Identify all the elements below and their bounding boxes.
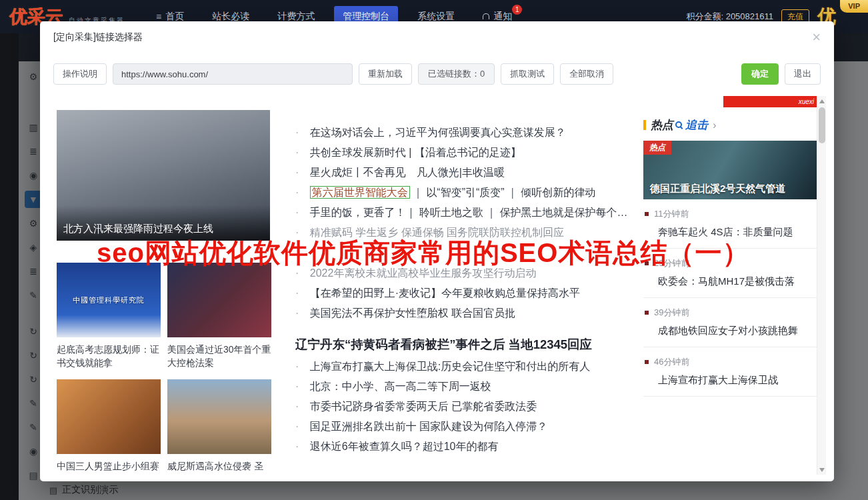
bullet-icon: ·	[295, 227, 299, 238]
bullet-icon: ·	[295, 207, 299, 218]
square-bullet-icon	[645, 311, 649, 315]
hot-item-title: 欧委会：马航MH17是被俄击落	[645, 275, 817, 288]
news-link-list: · 在这场对话会上，习近平为何强调要真心实意谋发展？ · 共创全球发展新时代 |…	[295, 123, 639, 457]
news-link[interactable]: · 2022年离校未就业高校毕业生服务攻坚行动启动	[295, 263, 639, 283]
bullet-icon: ·	[295, 287, 299, 299]
bullet-icon: ·	[295, 267, 299, 279]
photo-caption: 起底高考志愿规划师：证书交钱就能拿	[57, 343, 161, 370]
news-link[interactable]: · 在这场对话会上，习近平为何强调要真心实意谋发展？	[295, 123, 639, 143]
news-link[interactable]: · 北京：中小学、高一高二等下周一返校	[295, 377, 639, 397]
news-link[interactable]: · 辽宁丹东“持黄码者看病被拦”事件之后 当地12345回应	[295, 333, 639, 357]
selected-links-count: 已选链接数：0	[418, 63, 495, 85]
photo-news-card[interactable]: 美国会通过近30年首个重大控枪法案	[167, 263, 271, 370]
scroll-thumb[interactable]	[819, 107, 825, 143]
news-link-text: 在这场对话会上，习近平为何强调要真心实意谋发展？	[310, 127, 566, 138]
selected-link-highlight[interactable]: 第六届世界智能大会	[310, 186, 410, 199]
hot-item-time: 39分钟前	[654, 307, 689, 319]
sohu-webpage: xuexi 北方入汛来最强降雨过程今夜上线 中國管理科學研究院 起底高考志愿规划…	[50, 96, 817, 475]
news-link[interactable]: · 【在希望的田野上·麦收记】今年夏粮收购总量保持高水平	[295, 283, 639, 303]
promo-banner-text: xuexi	[799, 98, 814, 105]
photo-news-card[interactable]: 威尼斯遇高水位侵袭 圣	[167, 379, 271, 473]
hot-item-time-row: 29分钟前	[645, 257, 817, 269]
hot-news-item[interactable]: 11分钟前 奔驰车起火 4S店：非质量问题	[643, 199, 817, 249]
news-thumbnail	[57, 379, 161, 454]
help-button[interactable]: 操作说明	[53, 63, 107, 85]
square-bullet-icon	[645, 261, 649, 265]
hot-item-title: 奔驰车起火 4S店：非质量问题	[645, 226, 817, 239]
hot-news-item[interactable]: 29分钟前 欧委会：马航MH17是被俄击落	[643, 249, 817, 298]
photo-caption: 美国会通过近30年首个重大控枪法案	[167, 343, 271, 370]
news-thumbnail	[167, 263, 271, 337]
bullet-icon: ·	[295, 361, 299, 372]
reload-button[interactable]: 重新加载	[359, 63, 412, 85]
photo-caption: 中国三人男篮止步小组赛	[57, 459, 161, 473]
bullet-icon: ·	[295, 187, 299, 198]
news-link-text: 国足亚洲排名跌出前十 国家队建设为何陷入停滞？	[310, 421, 547, 432]
yellow-bar-icon	[643, 120, 646, 130]
hot-item-time: 11分钟前	[654, 208, 689, 220]
news-link-text: 精准赋码 学生返乡 保通保畅 国务院联防联控机制回应	[310, 227, 564, 238]
news-link[interactable]: · 市委书记跻身省委常委两天后 已掌舵省委政法委	[295, 397, 639, 417]
hot-news-item[interactable]: 39分钟前 成都地铁回应女子对小孩跳艳舞	[643, 298, 817, 347]
bullet-icon: ·	[295, 381, 299, 392]
news-link[interactable]: · 美国宪法不再保护女性堕胎权 联合国官员批	[295, 303, 639, 323]
news-link-text: 市委书记跻身省委常委两天后 已掌舵省委政法委	[310, 401, 537, 412]
chevron-right-icon: ›	[713, 119, 717, 132]
hot-news-item[interactable]: 46分钟前 上海宣布打赢大上海保卫战	[643, 347, 817, 397]
bullet-icon: ·	[295, 147, 299, 158]
news-link[interactable]: · 星火成炬丨不舍再见 凡人微光|丰收温暖	[295, 163, 639, 183]
scroll-up-arrow[interactable]	[817, 97, 827, 106]
hot-item-title: 上海宣布打赢大上海保卫战	[645, 374, 817, 387]
news-link-text: ｜ 以“智变”引“质变” ｜ 倾听创新的律动	[413, 187, 595, 198]
news-link-text: 退休近6年被查算久吗？超过10年的都有	[310, 441, 499, 452]
news-link-text: 2022年离校未就业高校毕业生服务攻坚行动启动	[310, 267, 537, 279]
magnifier-icon	[675, 121, 683, 129]
hot-item-time-row: 46分钟前	[645, 356, 817, 368]
url-input[interactable]	[113, 63, 353, 85]
bullet-icon: ·	[295, 401, 299, 412]
news-link[interactable]: · 精准赋码 学生返乡 保通保畅 国务院联防联控机制回应	[295, 223, 639, 243]
dialog-title: [定向采集]链接选择器	[53, 31, 143, 43]
hot-item-time: 29分钟前	[654, 257, 689, 269]
cancel-all-button[interactable]: 全部取消	[560, 63, 613, 85]
news-link[interactable]: · 第六届世界智能大会 ｜ 以“智变”引“质变” ｜ 倾听创新的律动	[295, 183, 639, 203]
close-icon[interactable]: ×	[812, 30, 821, 45]
bullet-icon: ·	[295, 441, 299, 452]
bullet-icon: ·	[295, 167, 299, 178]
scroll-down-arrow[interactable]	[817, 465, 827, 474]
news-link[interactable]: · 手里的饭，更香了！｜ 聆听土地之歌 ｜ 保护黑土地就是保护每个…	[295, 203, 639, 223]
hot-news-column: 热点 追击 › 热点 德国正重启北溪2号天然气管道 11分钟前	[643, 117, 817, 397]
photo-news-card[interactable]: 中國管理科學研究院 起底高考志愿规划师：证书交钱就能拿	[57, 263, 161, 370]
exit-button[interactable]: 退出	[785, 63, 821, 85]
hot-item-time: 46分钟前	[654, 356, 689, 368]
square-bullet-icon	[645, 360, 649, 364]
menu-icon: ≡	[156, 11, 161, 22]
hot-featured-story[interactable]: 热点 德国正重启北溪2号天然气管道	[643, 141, 817, 199]
photo-news-card[interactable]: 中国三人男篮止步小组赛	[57, 379, 161, 473]
bullet-icon: ·	[295, 307, 299, 319]
promo-banner[interactable]: xuexi	[723, 96, 817, 107]
confirm-button[interactable]: 确定	[741, 63, 779, 85]
hot-item-time-row: 11分钟前	[645, 208, 817, 220]
news-link[interactable]: · 退休近6年被查算久吗？超过10年的都有	[295, 437, 639, 457]
news-link[interactable]: · 上海宣布打赢大上海保卫战:历史会记住坚守和付出的所有人	[295, 357, 639, 377]
news-link-text: 美国宪法不再保护女性堕胎权 联合国官员批	[310, 307, 515, 319]
grab-test-button[interactable]: 抓取测试	[501, 63, 554, 85]
browser-scrollbar[interactable]	[817, 96, 826, 475]
news-link-text: 北京：中小学、高一高二等下周一返校	[310, 381, 491, 392]
dialog-header: [定向采集]链接选择器 ×	[40, 21, 834, 53]
hot-news-list: 11分钟前 奔驰车起火 4S店：非质量问题 29分钟前 欧委会：马航MH17是被…	[643, 199, 817, 397]
news-link-text: 手里的饭，更香了！｜ 聆听土地之歌 ｜ 保护黑土地就是保护每个…	[310, 207, 628, 218]
chase-title: 追击	[685, 117, 708, 133]
vip-badge: VIP	[840, 0, 868, 13]
lead-photo[interactable]: 北方入汛来最强降雨过程今夜上线	[57, 110, 270, 241]
hot-section-header[interactable]: 热点 追击 ›	[643, 117, 817, 133]
news-link[interactable]: · 国足亚洲排名跌出前十 国家队建设为何陷入停滞？	[295, 417, 639, 437]
notification-badge: 1	[512, 5, 522, 15]
news-link[interactable]: · 共创全球发展新时代 | 【沿着总书记的足迹】	[295, 143, 639, 163]
news-thumbnail	[167, 379, 271, 454]
hot-featured-title: 德国正重启北溪2号天然气管道	[650, 183, 785, 195]
thumbnail-label: 中國管理科學研究院	[73, 295, 145, 305]
bullet-icon: ·	[295, 421, 299, 432]
news-link-text: 共创全球发展新时代 | 【沿着总书记的足迹】	[310, 147, 521, 158]
